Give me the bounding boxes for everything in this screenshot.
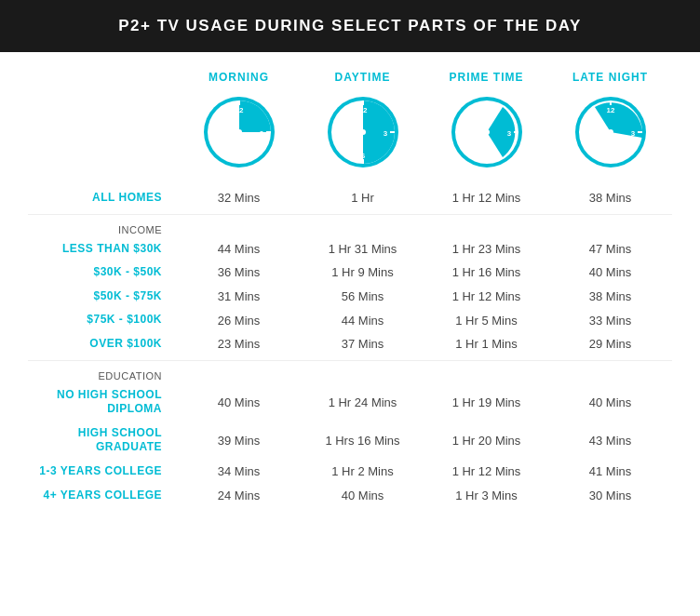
svg-text:12: 12 — [606, 106, 614, 114]
svg-text:3: 3 — [383, 129, 387, 138]
svg-text:3: 3 — [630, 129, 635, 138]
section-education: EDUCATION — [28, 365, 672, 383]
val-over100k-latenight: 29 Mins — [548, 337, 672, 351]
label-education: EDUCATION — [28, 370, 177, 382]
label-30k50k: $30K - $50K — [28, 265, 177, 280]
val-over100k-primetime: 1 Hr 1 Mins — [424, 337, 548, 351]
val-hs-grad-morning: 39 Mins — [177, 434, 301, 448]
row-over100k: OVER $100K 23 Mins 37 Mins 1 Hr 1 Mins 2… — [28, 332, 672, 356]
val-less30k-latenight: 47 Mins — [548, 242, 672, 256]
val-over100k-daytime: 37 Mins — [301, 337, 424, 351]
val-50k75k-primetime: 1 Hr 12 Mins — [424, 289, 548, 303]
label-over100k: OVER $100K — [28, 337, 177, 352]
svg-text:6: 6 — [608, 152, 612, 160]
col-header-latenight: LATE NIGHT — [548, 71, 672, 87]
col-header-morning: MORNING — [177, 71, 301, 87]
val-75k100k-daytime: 44 Mins — [301, 314, 424, 328]
label-hs-grad: HIGH SCHOOL GRADUATE — [28, 426, 177, 455]
val-no-hs-latenight: 40 Mins — [548, 395, 672, 409]
val-75k100k-primetime: 1 Hr 5 Mins — [424, 314, 548, 328]
label-income: INCOME — [28, 224, 177, 235]
svg-text:9: 9 — [213, 129, 218, 138]
clocks-row: 12 3 6 9 12 3 6 9 — [28, 95, 672, 169]
val-hs-grad-daytime: 1 Hrs 16 Mins — [301, 434, 424, 448]
svg-point-2 — [236, 129, 242, 135]
label-college-1-3: 1-3 YEARS COLLEGE — [28, 464, 177, 479]
row-30k50k: $30K - $50K 36 Mins 1 Hr 9 Mins 1 Hr 16 … — [28, 261, 672, 285]
col-header-primetime: PRIME TIME — [424, 71, 548, 87]
val-hs-grad-primetime: 1 Hr 20 Mins — [424, 434, 548, 448]
main-content: MORNING DAYTIME PRIME TIME LATE NIGHT — [0, 52, 700, 526]
row-college-4plus: 4+ YEARS COLLEGE 24 Mins 40 Mins 1 Hr 3 … — [28, 484, 672, 508]
clock-morning: 12 3 6 9 — [177, 95, 301, 169]
val-less30k-daytime: 1 Hr 31 Mins — [301, 242, 424, 256]
val-50k75k-latenight: 38 Mins — [548, 289, 672, 303]
val-all-homes-primetime: 1 Hr 12 Mins — [424, 191, 548, 205]
val-no-hs-morning: 40 Mins — [177, 395, 301, 409]
val-college-1-3-daytime: 1 Hr 2 Mins — [301, 464, 424, 478]
clock-primetime: 12 3 6 9 — [424, 95, 548, 169]
row-less30k: LESS THAN $30K 44 Mins 1 Hr 31 Mins 1 Hr… — [28, 237, 672, 261]
row-50k75k: $50K - $75K 31 Mins 56 Mins 1 Hr 12 Mins… — [28, 285, 672, 309]
svg-text:6: 6 — [484, 152, 489, 160]
col-header-daytime: DAYTIME — [301, 71, 424, 87]
svg-text:9: 9 — [337, 129, 342, 138]
label-less30k: LESS THAN $30K — [28, 242, 177, 257]
val-college-4plus-primetime: 1 Hr 3 Mins — [424, 489, 548, 502]
row-75k100k: $75K - $100K 26 Mins 44 Mins 1 Hr 5 Mins… — [28, 308, 672, 332]
val-college-4plus-latenight: 30 Mins — [548, 489, 672, 502]
section-income: INCOME — [28, 219, 672, 237]
svg-text:9: 9 — [461, 129, 465, 138]
val-no-hs-daytime: 1 Hr 24 Mins — [301, 395, 424, 409]
svg-text:12: 12 — [482, 106, 491, 114]
val-hs-grad-latenight: 43 Mins — [548, 434, 672, 448]
row-no-hs: NO HIGH SCHOOL DIPLOMA 40 Mins 1 Hr 24 M… — [28, 383, 672, 422]
row-hs-grad: HIGH SCHOOL GRADUATE 39 Mins 1 Hrs 16 Mi… — [28, 422, 672, 460]
svg-text:6: 6 — [236, 152, 241, 160]
val-75k100k-morning: 26 Mins — [177, 314, 301, 328]
header: P2+ TV USAGE DURING SELECT PARTS OF THE … — [0, 0, 700, 52]
divider-2 — [28, 360, 672, 361]
divider-1 — [28, 214, 672, 215]
val-30k50k-primetime: 1 Hr 16 Mins — [424, 265, 548, 279]
val-college-1-3-morning: 34 Mins — [177, 464, 301, 478]
label-all-homes: ALL HOMES — [28, 191, 177, 206]
svg-text:12: 12 — [235, 106, 243, 114]
val-30k50k-daytime: 1 Hr 9 Mins — [301, 265, 424, 279]
row-college-1-3: 1-3 YEARS COLLEGE 34 Mins 1 Hr 2 Mins 1 … — [28, 460, 672, 484]
row-all-homes: ALL HOMES 32 Mins 1 Hr 1 Hr 12 Mins 38 M… — [28, 186, 672, 210]
val-less30k-morning: 44 Mins — [177, 242, 301, 256]
label-college-4plus: 4+ YEARS COLLEGE — [28, 489, 177, 503]
svg-text:9: 9 — [585, 129, 589, 138]
val-college-4plus-daytime: 40 Mins — [301, 489, 424, 502]
svg-text:3: 3 — [506, 129, 511, 138]
svg-text:12: 12 — [358, 106, 367, 114]
svg-point-24 — [484, 129, 490, 135]
data-table: ALL HOMES 32 Mins 1 Hr 1 Hr 12 Mins 38 M… — [28, 186, 672, 507]
svg-point-13 — [360, 129, 366, 135]
svg-text:6: 6 — [360, 152, 365, 160]
label-no-hs: NO HIGH SCHOOL DIPLOMA — [28, 388, 177, 417]
val-over100k-morning: 23 Mins — [177, 337, 301, 351]
val-all-homes-latenight: 38 Mins — [548, 191, 672, 205]
clock-latenight: 12 3 6 9 — [548, 95, 672, 169]
label-50k75k: $50K - $75K — [28, 289, 177, 304]
page-title: P2+ TV USAGE DURING SELECT PARTS OF THE … — [19, 17, 681, 35]
val-30k50k-morning: 36 Mins — [177, 265, 301, 279]
val-college-1-3-primetime: 1 Hr 12 Mins — [424, 464, 548, 478]
svg-point-35 — [608, 129, 613, 135]
val-less30k-primetime: 1 Hr 23 Mins — [424, 242, 548, 256]
val-30k50k-latenight: 40 Mins — [548, 265, 672, 279]
svg-text:3: 3 — [259, 129, 263, 138]
val-all-homes-morning: 32 Mins — [177, 191, 301, 205]
val-50k75k-daytime: 56 Mins — [301, 289, 424, 303]
label-75k100k: $75K - $100K — [28, 313, 177, 328]
clock-daytime: 12 3 6 9 — [301, 95, 424, 169]
val-75k100k-latenight: 33 Mins — [548, 314, 672, 328]
val-no-hs-primetime: 1 Hr 19 Mins — [424, 395, 548, 409]
val-all-homes-daytime: 1 Hr — [301, 191, 424, 205]
val-college-4plus-morning: 24 Mins — [177, 489, 301, 502]
column-headers: MORNING DAYTIME PRIME TIME LATE NIGHT — [28, 71, 672, 87]
val-college-1-3-latenight: 41 Mins — [548, 464, 672, 478]
val-50k75k-morning: 31 Mins — [177, 289, 301, 303]
